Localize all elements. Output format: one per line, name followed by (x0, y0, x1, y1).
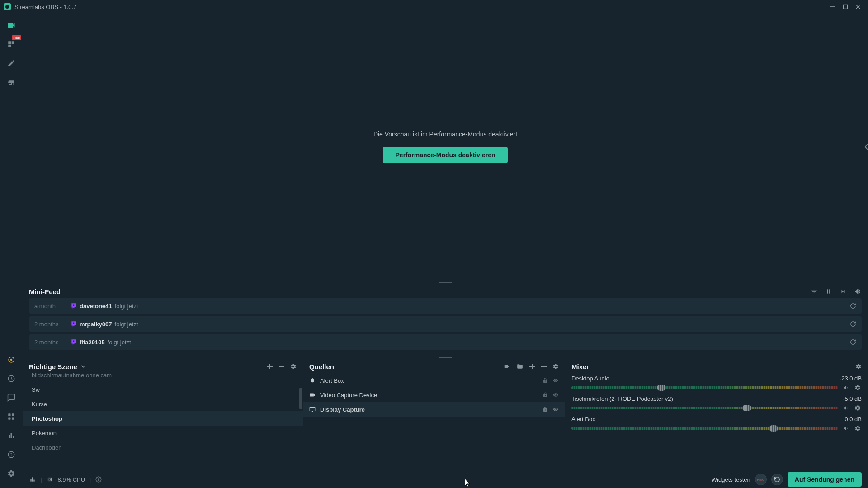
replay-icon[interactable] (850, 321, 856, 327)
remove-scene-icon[interactable] (278, 363, 285, 370)
lock-icon[interactable] (542, 378, 548, 383)
replay-buffer-button[interactable] (771, 474, 783, 485)
record-button[interactable]: REC (755, 474, 767, 485)
scene-item[interactable]: Pokemon (23, 426, 303, 440)
sidebar-stats[interactable] (3, 427, 19, 444)
mixer-db: 0.0 dB (844, 416, 862, 422)
mixer-label: Alert Box (571, 416, 595, 422)
bell-icon (309, 377, 316, 384)
twitch-icon (71, 321, 77, 327)
svg-rect-31 (48, 478, 52, 481)
source-item[interactable]: Alert Box (303, 373, 565, 388)
visibility-icon[interactable] (552, 392, 559, 398)
scene-collection-title[interactable]: Richtige Szene (29, 363, 77, 371)
sidebar-help[interactable]: ? (3, 446, 19, 463)
volume-track[interactable] (571, 407, 838, 409)
source-settings-icon[interactable] (552, 363, 559, 370)
scene-item[interactable]: Photoshop (23, 411, 303, 426)
mixer-db: -23.0 dB (840, 375, 862, 382)
resize-handle[interactable] (23, 355, 868, 360)
close-button[interactable] (852, 0, 864, 13)
add-source-icon[interactable] (529, 363, 535, 370)
volume-thumb[interactable] (742, 405, 751, 411)
sidebar-dashboard[interactable] (3, 371, 19, 387)
new-badge: Neu (12, 35, 21, 40)
volume-track[interactable] (571, 427, 838, 430)
scrollbar-thumb[interactable] (299, 388, 302, 409)
preview-area: Die Vorschau ist im Performance-Modus de… (23, 14, 868, 280)
minifeed-title: Mini-Feed (29, 288, 61, 296)
mixer-label: Desktop Audio (571, 375, 609, 382)
go-live-button[interactable]: Auf Sendung gehen (788, 472, 862, 487)
mixer-item-settings-icon[interactable] (854, 425, 862, 432)
lock-icon[interactable] (542, 407, 548, 412)
lock-icon[interactable] (542, 392, 548, 398)
visibility-icon[interactable] (552, 407, 559, 412)
scene-item[interactable]: Dachboden (23, 440, 303, 455)
source-label: Video Capture Device (320, 392, 377, 399)
svg-rect-15 (9, 435, 10, 439)
svg-rect-21 (829, 289, 830, 293)
svg-rect-6 (12, 41, 14, 44)
mixer-item: Alert Box0.0 dB (571, 416, 862, 432)
scene-settings-icon[interactable] (290, 363, 297, 370)
add-folder-icon[interactable] (516, 363, 524, 370)
sidebar-editor[interactable] (3, 17, 19, 33)
scenes-panel: Richtige Szene bildschirmaufnahme ohne c… (23, 360, 303, 471)
filter-icon[interactable] (810, 287, 818, 296)
svg-rect-7 (8, 45, 11, 47)
svg-rect-28 (30, 479, 31, 482)
skip-icon[interactable] (839, 287, 847, 296)
mute-icon[interactable] (843, 385, 850, 391)
svg-rect-29 (32, 477, 33, 481)
monitor-icon (309, 406, 316, 413)
volume-track[interactable] (571, 386, 838, 389)
mixer-item-settings-icon[interactable] (854, 405, 862, 411)
twitch-icon (71, 339, 77, 345)
mute-icon[interactable] (843, 425, 850, 432)
scene-item[interactable]: bildschirmaufnahme ohne cam (23, 373, 303, 382)
mixer-item: Tischmikrofon (2- RODE Podcaster v2)-5.0… (571, 395, 862, 412)
svg-point-0 (5, 5, 9, 9)
sidebar-chat[interactable] (3, 389, 19, 406)
svg-point-9 (10, 359, 13, 361)
mixer-item-settings-icon[interactable] (854, 385, 862, 391)
sidebar-settings[interactable] (3, 465, 19, 482)
resize-handle[interactable] (23, 280, 868, 285)
chevron-down-icon[interactable] (81, 364, 85, 369)
replay-icon[interactable] (850, 339, 856, 345)
mute-icon[interactable] (843, 405, 850, 411)
mixer-panel: Mixer Desktop Audio-23.0 dB Tischmikrofo… (565, 360, 868, 471)
mixer-settings-icon[interactable] (855, 363, 862, 370)
cpu-icon (47, 476, 53, 483)
performance-icon[interactable] (29, 476, 36, 483)
replay-icon[interactable] (850, 303, 856, 309)
info-icon[interactable] (95, 476, 102, 483)
sidebar-themes[interactable] (3, 55, 19, 71)
svg-rect-32 (49, 479, 51, 480)
remove-source-icon[interactable] (541, 363, 547, 370)
disable-performance-mode-button[interactable]: Performance-Modus deaktivieren (383, 147, 508, 163)
minimize-button[interactable] (826, 0, 839, 13)
volume-icon[interactable] (854, 287, 862, 296)
volume-thumb[interactable] (769, 425, 778, 432)
sidebar-store[interactable] (3, 74, 19, 90)
scene-item[interactable]: Kurse (23, 397, 303, 411)
sidebar-prime[interactable] (3, 352, 19, 368)
maximize-button[interactable] (839, 0, 852, 13)
visibility-icon[interactable] (552, 378, 559, 383)
feed-user: fifa29105 (80, 339, 105, 346)
add-scene-icon[interactable] (267, 363, 273, 370)
sidebar-layouts[interactable]: Neu (3, 36, 19, 52)
sidebar-apps[interactable] (3, 408, 19, 425)
pause-icon[interactable] (825, 287, 833, 296)
feed-action: folgt jetzt (108, 339, 131, 346)
scene-item[interactable]: Sw (23, 382, 303, 397)
source-item[interactable]: Display Capture (303, 402, 565, 417)
volume-thumb[interactable] (657, 385, 666, 391)
widgets-test-link[interactable]: Widgets testen (712, 476, 750, 483)
feed-time: 2 months (34, 321, 71, 328)
collapse-right-panel-icon[interactable] (864, 143, 868, 151)
source-item[interactable]: Video Capture Device (303, 388, 565, 402)
add-camera-icon[interactable] (503, 363, 511, 370)
